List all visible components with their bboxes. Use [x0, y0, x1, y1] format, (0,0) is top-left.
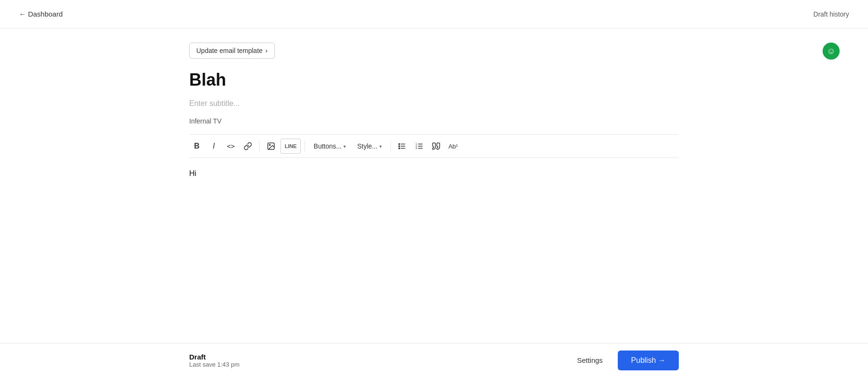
code-button[interactable]: <> [223, 139, 238, 154]
svg-point-6 [399, 146, 400, 147]
buttons-dropdown[interactable]: Buttons... ▾ [309, 139, 351, 154]
draft-label: Draft [189, 353, 239, 361]
quote-icon [432, 142, 440, 150]
settings-button[interactable]: Settings [570, 352, 610, 368]
style-label: Style... [357, 142, 377, 150]
ordered-list-button[interactable]: 1. 2. 3. [412, 139, 427, 154]
buttons-label: Buttons... [314, 142, 342, 150]
divider-button[interactable]: LINE [281, 139, 301, 154]
post-subtitle-input[interactable]: Enter subtitle... [189, 99, 679, 108]
back-to-dashboard-link[interactable]: ← Dashboard [19, 10, 63, 18]
publish-button[interactable]: Publish → [618, 351, 679, 370]
svg-text:3.: 3. [416, 147, 418, 149]
bullet-list-button[interactable] [395, 139, 410, 154]
update-template-label: Update email template [196, 47, 263, 54]
buttons-arrow: ▾ [343, 144, 346, 149]
editor-toolbar: B I <> LINE Buttons... ▾ Style... [189, 134, 679, 158]
update-email-template-button[interactable]: Update email template › [189, 43, 275, 59]
toolbar-divider-3 [390, 141, 391, 151]
bottom-actions: Settings Publish → [570, 351, 679, 370]
link-button[interactable] [240, 139, 255, 154]
svg-point-7 [399, 148, 400, 149]
image-button[interactable] [263, 139, 279, 154]
divider-label: LINE [285, 143, 297, 149]
draft-history-link[interactable]: Draft history [814, 10, 849, 18]
style-dropdown[interactable]: Style... ▾ [352, 139, 386, 154]
toolbar-divider-2 [305, 141, 305, 151]
status-icon: ☺ [823, 43, 840, 60]
bold-button[interactable]: B [189, 139, 204, 154]
quote-button[interactable] [429, 139, 444, 154]
toolbar-divider-1 [259, 141, 260, 151]
ordered-list-icon: 1. 2. 3. [415, 142, 423, 150]
publication-name: Infernal TV [189, 117, 679, 125]
update-template-arrow: › [265, 47, 268, 54]
subtitle-placeholder: Enter subtitle... [189, 99, 240, 107]
svg-point-5 [399, 143, 400, 144]
superscript-button[interactable]: Ab¹ [446, 139, 461, 154]
main-content: ☺ Update email template › Blah Enter sub… [0, 28, 868, 343]
draft-status: Draft Last save 1:43 pm [189, 353, 239, 368]
link-icon [244, 142, 252, 150]
image-icon [267, 142, 275, 150]
post-content-input[interactable]: Hi [189, 169, 679, 264]
last-save-label: Last save 1:43 pm [189, 361, 239, 368]
italic-button[interactable]: I [206, 139, 221, 154]
bottom-bar: Draft Last save 1:43 pm Settings Publish… [0, 343, 868, 377]
bullet-list-icon [398, 142, 406, 150]
post-title-input[interactable]: Blah [189, 70, 679, 90]
style-arrow: ▾ [379, 144, 382, 149]
back-link-text: ← Dashboard [19, 10, 63, 18]
top-nav: ← Dashboard Draft history [0, 0, 868, 28]
svg-point-1 [269, 144, 270, 145]
